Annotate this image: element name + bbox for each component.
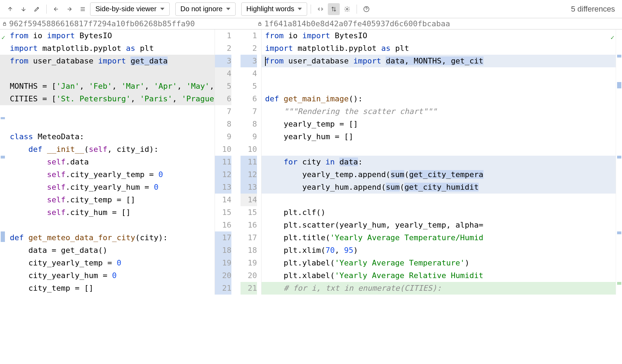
line-number: 7: [241, 105, 257, 118]
line-number: 3: [215, 55, 231, 67]
left-code-pane[interactable]: ✓ from io import BytesIOimport matplotli…: [0, 29, 215, 295]
line-number: 5: [241, 80, 257, 93]
code-line[interactable]: city_yearly_hum = 0: [0, 269, 215, 282]
code-line[interactable]: import matplotlib.pyplot as plt: [0, 42, 215, 55]
code-line[interactable]: self.data: [0, 156, 215, 168]
line-number: 18: [241, 244, 257, 257]
code-line[interactable]: for city in data:: [262, 156, 622, 168]
code-line[interactable]: self.city_temp = []: [0, 194, 215, 206]
code-line[interactable]: CITIES = ['St. Petersburg', 'Paris', 'Pr…: [0, 93, 215, 105]
forward-arrow-icon[interactable]: [63, 3, 75, 15]
code-line[interactable]: from user_database import get_data: [0, 55, 215, 67]
line-number: 17: [215, 231, 231, 244]
code-line[interactable]: self.city_yearly_hum = 0: [0, 181, 215, 194]
list-icon[interactable]: [77, 3, 89, 15]
code-line[interactable]: # for i, txt in enumerate(CITIES):: [262, 282, 622, 295]
line-number: 3: [241, 55, 257, 67]
right-revision-hash: 1f641a814b0e8d42a07fe405937d6c600fbcabaa: [255, 18, 622, 29]
highlight-mode-dropdown[interactable]: Highlight words: [241, 2, 307, 16]
right-line-numbers: 123456789101112131415161718192021: [241, 29, 262, 295]
lock-icon: [257, 21, 262, 26]
code-line[interactable]: def get_meteo_data_for_city(city):: [0, 231, 215, 244]
code-line[interactable]: data = get_data(): [0, 244, 215, 257]
line-number: 12: [241, 168, 257, 181]
code-line[interactable]: [262, 194, 622, 206]
left-line-numbers: 123456789101112131415161718192021: [215, 29, 236, 295]
line-number: 14: [215, 194, 231, 206]
code-line[interactable]: from user_database import data, MONTHS, …: [262, 55, 622, 67]
code-line[interactable]: import matplotlib.pyplot as plt: [262, 42, 622, 55]
code-line[interactable]: [262, 143, 622, 156]
code-line[interactable]: class MeteoData:: [0, 130, 215, 143]
code-line[interactable]: [262, 80, 622, 93]
line-number: 13: [241, 181, 257, 194]
code-line[interactable]: yearly_hum = []: [262, 130, 622, 143]
line-number: 16: [215, 219, 231, 231]
line-number: 1: [241, 29, 257, 42]
code-line[interactable]: [0, 118, 215, 130]
diff-body: ✓ from io import BytesIOimport matplotli…: [0, 29, 622, 295]
sync-scroll-icon[interactable]: [328, 3, 340, 15]
line-number: 5: [215, 80, 231, 93]
diff-divider[interactable]: [236, 29, 241, 295]
line-number: 6: [241, 93, 257, 105]
line-number: 10: [241, 143, 257, 156]
gear-icon[interactable]: [341, 3, 353, 15]
line-number: 14: [241, 194, 257, 206]
code-line[interactable]: """Rendering the scatter chart""": [262, 105, 622, 118]
code-line[interactable]: self.city_yearly_temp = 0: [0, 168, 215, 181]
code-line[interactable]: yearly_hum.append(sum(get_city_humidit: [262, 181, 622, 194]
next-diff-down-icon[interactable]: [18, 3, 29, 15]
line-number: 16: [241, 219, 257, 231]
line-number: 2: [241, 42, 257, 55]
code-line[interactable]: [0, 67, 215, 80]
code-line[interactable]: [262, 67, 622, 80]
line-number: 18: [215, 244, 231, 257]
prev-diff-up-icon[interactable]: [4, 3, 16, 15]
code-line[interactable]: from io import BytesIO: [0, 29, 215, 42]
diff-count-label: 5 differences: [571, 5, 618, 14]
code-line[interactable]: yearly_temp = []: [262, 118, 622, 130]
line-number: 4: [215, 67, 231, 80]
help-icon[interactable]: [360, 3, 372, 15]
line-number: 9: [241, 130, 257, 143]
code-line[interactable]: city_yearly_temp = 0: [0, 257, 215, 269]
svg-point-0: [346, 8, 348, 10]
code-line[interactable]: plt.xlim(70, 95): [262, 244, 622, 257]
line-number: 8: [215, 118, 231, 130]
code-line[interactable]: MONTHS = ['Jan', 'Feb', 'Mar', 'Apr', 'M…: [0, 80, 215, 93]
highlight-mode-label: Highlight words: [246, 5, 295, 13]
line-number: 19: [215, 257, 231, 269]
line-number: 2: [215, 42, 231, 55]
collapse-icon[interactable]: [315, 3, 326, 15]
chevron-down-icon: [160, 8, 164, 10]
right-overview-strip[interactable]: [616, 29, 622, 295]
back-arrow-icon[interactable]: [50, 3, 62, 15]
code-line[interactable]: plt.title('Yearly Average Temperature/Hu…: [262, 231, 622, 244]
code-line[interactable]: [0, 219, 215, 231]
code-line[interactable]: city_temp = []: [0, 282, 215, 295]
right-code-pane[interactable]: ✓ from io import BytesIOimport matplotli…: [262, 29, 622, 295]
line-number: 10: [215, 143, 231, 156]
viewer-mode-dropdown[interactable]: Side-by-side viewer: [90, 2, 170, 16]
ignore-mode-dropdown[interactable]: Do not ignore: [175, 2, 236, 16]
code-line[interactable]: yearly_temp.append(sum(get_city_tempera: [262, 168, 622, 181]
code-line[interactable]: [0, 105, 215, 118]
line-number: 17: [241, 231, 257, 244]
code-line[interactable]: self.city_hum = []: [0, 206, 215, 219]
code-line[interactable]: plt.scatter(yearly_hum, yearly_temp, alp…: [262, 219, 622, 231]
hash-text: 1f641a814b0e8d42a07fe405937d6c600fbcabaa: [264, 19, 450, 28]
line-number: 4: [241, 67, 257, 80]
code-line[interactable]: plt.ylabel('Yearly Average Temperature'): [262, 257, 622, 269]
edit-icon[interactable]: [31, 3, 43, 15]
line-number: 19: [241, 257, 257, 269]
code-line[interactable]: def __init__(self, city_id):: [0, 143, 215, 156]
line-number: 9: [215, 130, 231, 143]
code-line[interactable]: plt.xlabel('Yearly Average Relative Humi…: [262, 269, 622, 282]
code-line[interactable]: def get_main_image():: [262, 93, 622, 105]
svg-rect-2: [4, 23, 6, 25]
left-revision-hash: 962f5945886616817f7294a10fb06268b85ffa90: [0, 18, 255, 29]
code-line[interactable]: from io import BytesIO: [262, 29, 622, 42]
code-line[interactable]: plt.clf(): [262, 206, 622, 219]
line-number: 20: [241, 269, 257, 282]
